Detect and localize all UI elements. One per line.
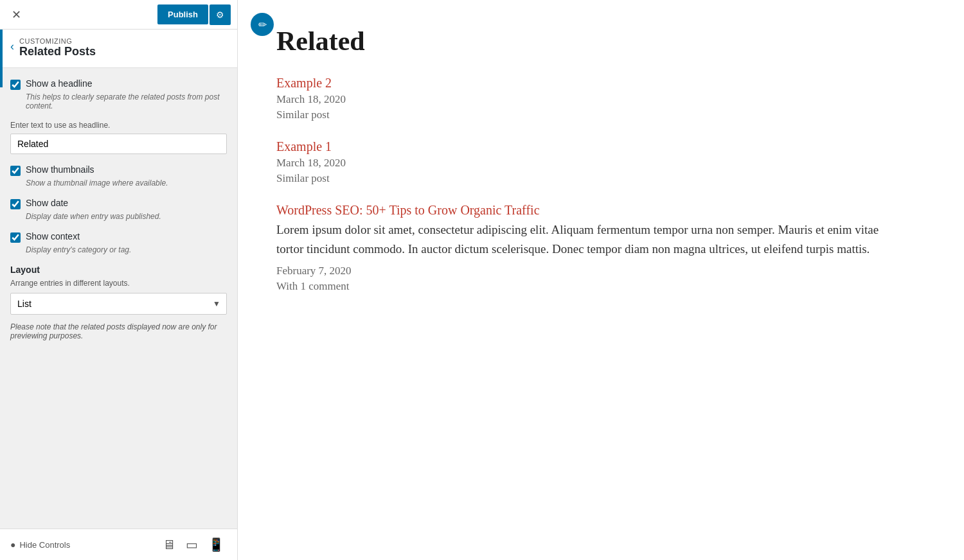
post-date: March 18, 2020 bbox=[276, 157, 906, 170]
headline-input[interactable] bbox=[10, 134, 227, 154]
show-context-text: Show context bbox=[26, 231, 80, 241]
show-thumbnails-text: Show thumbnails bbox=[26, 164, 94, 175]
preview-note: Please note that the related posts displ… bbox=[10, 322, 227, 340]
list-item: WordPress SEO: 50+ Tips to Grow Organic … bbox=[276, 203, 906, 293]
page-title: Related Posts bbox=[19, 45, 96, 58]
show-thumbnails-checkbox[interactable] bbox=[10, 166, 21, 176]
list-item: Example 1 March 18, 2020 Similar post bbox=[276, 139, 906, 185]
post-context: With 1 comment bbox=[276, 280, 906, 293]
customizing-label: Customizing bbox=[19, 37, 96, 45]
layout-select-wrapper: List Grid Carousel ▼ bbox=[10, 293, 227, 315]
layout-select[interactable]: List Grid Carousel bbox=[10, 293, 227, 315]
post-date: February 7, 2020 bbox=[276, 265, 906, 277]
show-date-description: Display date when entry was published. bbox=[26, 212, 227, 221]
preview-content: Related Example 2 March 18, 2020 Similar… bbox=[276, 26, 906, 293]
show-date-row: Show date Display date when entry was pu… bbox=[10, 198, 227, 221]
hide-controls-button[interactable]: ● Hide Controls bbox=[10, 539, 70, 550]
post-context: Similar post bbox=[276, 109, 906, 121]
post-title-link[interactable]: Example 1 bbox=[276, 139, 906, 154]
edit-button[interactable]: ✏ bbox=[251, 13, 274, 36]
headline-section: Enter text to use as headline. bbox=[10, 121, 227, 154]
layout-title: Layout bbox=[10, 265, 227, 275]
circle-icon: ● bbox=[10, 539, 15, 550]
post-context: Similar post bbox=[276, 172, 906, 185]
publish-button[interactable]: Publish bbox=[157, 4, 208, 24]
show-context-checkbox[interactable] bbox=[10, 232, 21, 243]
show-context-description: Display entry's category or tag. bbox=[26, 245, 227, 254]
list-item: Example 2 March 18, 2020 Similar post bbox=[276, 76, 906, 121]
pencil-icon: ✏ bbox=[258, 19, 267, 31]
close-button[interactable]: ✕ bbox=[6, 5, 26, 24]
show-headline-checkbox[interactable] bbox=[10, 80, 21, 90]
top-bar: ✕ Publish ⚙ bbox=[0, 0, 237, 30]
blue-indicator bbox=[0, 30, 3, 87]
back-button[interactable]: ‹ bbox=[10, 39, 19, 55]
show-headline-row: Show a headline This helps to clearly se… bbox=[10, 78, 227, 110]
show-headline-label[interactable]: Show a headline bbox=[10, 78, 227, 90]
right-panel: ✏ Related Example 2 March 18, 2020 Simil… bbox=[238, 0, 964, 560]
layout-section: Layout Arrange entries in different layo… bbox=[10, 265, 227, 315]
hide-controls-label: Hide Controls bbox=[19, 540, 70, 550]
show-thumbnails-row: Show thumbnails Show a thumbnail image w… bbox=[10, 164, 227, 188]
customizing-header: ‹ Customizing Related Posts bbox=[0, 30, 237, 68]
show-thumbnails-description: Show a thumbnail image where available. bbox=[26, 179, 227, 188]
show-context-row: Show context Display entry's category or… bbox=[10, 231, 227, 254]
show-date-checkbox[interactable] bbox=[10, 199, 21, 209]
layout-description: Arrange entries in different layouts. bbox=[10, 279, 227, 288]
post-excerpt: Lorem ipsum dolor sit amet, consectetur … bbox=[276, 220, 906, 259]
post-title-link[interactable]: WordPress SEO: 50+ Tips to Grow Organic … bbox=[276, 203, 906, 218]
post-title-link[interactable]: Example 2 bbox=[276, 76, 906, 91]
device-icons: 🖥 ▭ 📱 bbox=[160, 536, 227, 554]
gear-button[interactable]: ⚙ bbox=[210, 4, 231, 25]
tablet-icon[interactable]: ▭ bbox=[183, 536, 201, 554]
show-date-label[interactable]: Show date bbox=[10, 198, 227, 209]
headline-input-label: Enter text to use as headline. bbox=[10, 121, 227, 130]
desktop-icon[interactable]: 🖥 bbox=[160, 536, 178, 554]
left-panel: ✕ Publish ⚙ ‹ Customizing Related Posts … bbox=[0, 0, 238, 560]
show-headline-description: This helps to clearly separate the relat… bbox=[26, 92, 227, 110]
show-date-text: Show date bbox=[26, 198, 68, 208]
mobile-icon[interactable]: 📱 bbox=[206, 536, 227, 554]
bottom-bar: ● Hide Controls 🖥 ▭ 📱 bbox=[0, 529, 237, 560]
post-date: March 18, 2020 bbox=[276, 93, 906, 106]
show-context-label[interactable]: Show context bbox=[10, 231, 227, 243]
header-text: Customizing Related Posts bbox=[19, 37, 96, 58]
panel-content: Show a headline This helps to clearly se… bbox=[0, 68, 237, 529]
show-headline-text: Show a headline bbox=[26, 78, 93, 89]
show-thumbnails-label[interactable]: Show thumbnails bbox=[10, 164, 227, 176]
related-heading: Related bbox=[276, 26, 906, 57]
